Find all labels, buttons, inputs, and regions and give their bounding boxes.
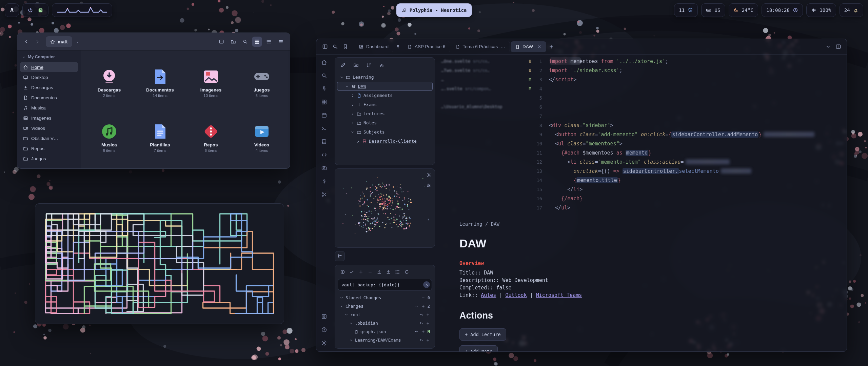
pane-button[interactable] (216, 37, 226, 47)
tree-item-subjects[interactable]: Subjects (337, 127, 433, 137)
git-undo-action[interactable] (419, 313, 423, 317)
sidebar-item-documentos[interactable]: Documentos (20, 93, 78, 103)
git-row-staged-changes[interactable]: Staged Changes0 (338, 293, 432, 302)
ribbon-camera-button[interactable] (320, 164, 329, 172)
graph-view[interactable] (338, 171, 432, 245)
sidebar-item-repos[interactable]: Repos (20, 143, 78, 154)
note-button-add-note[interactable]: + Add Note (459, 345, 498, 351)
explorer-folder-plus-button[interactable] (352, 61, 360, 69)
tree-item-daw[interactable]: DAW (337, 82, 433, 91)
graph-gear-button[interactable] (425, 171, 433, 179)
weather-widget[interactable]: 24°C (729, 3, 758, 17)
open-editor-item[interactable]: ….sveltesrc/compon…M (441, 86, 531, 95)
tree-item-exams[interactable]: Exams (337, 100, 433, 109)
open-editor-item[interactable]: …M (441, 77, 531, 86)
folder-imagenes[interactable]: Imagenes 10 items (186, 55, 236, 109)
ribbon-grid-button[interactable] (320, 98, 329, 106)
ribbon-pin-button[interactable] (320, 84, 329, 93)
tab-asp-practice-6[interactable]: ASP Practice 6 (403, 41, 450, 52)
folder-juegos[interactable]: Juegos 8 items (237, 55, 287, 109)
git-minus-button[interactable] (366, 268, 374, 276)
panel-left-button[interactable] (320, 42, 329, 51)
git-plus-action[interactable] (426, 313, 430, 317)
ribbon-dollar-button[interactable] (320, 177, 329, 186)
git-plus-action[interactable] (421, 304, 425, 308)
bookmark-button[interactable] (341, 42, 350, 51)
updates-widget[interactable]: 11 (674, 3, 698, 17)
folder-videos[interactable]: Videos 4 items (237, 110, 287, 164)
git-plus-action[interactable] (426, 321, 430, 325)
back-button[interactable] (21, 37, 32, 47)
git-undo-action[interactable] (419, 338, 423, 342)
sidebar-item-desktop[interactable]: Desktop (20, 72, 78, 82)
git-row-graph-json[interactable]: graph.jsonM (338, 327, 432, 336)
git-refresh-button[interactable] (402, 268, 411, 276)
git-plus-button[interactable] (357, 268, 365, 276)
folder-descargas[interactable]: Descargas 2 items (84, 55, 134, 109)
ribbon-help-button[interactable] (320, 325, 329, 334)
search-button[interactable] (240, 37, 250, 47)
commit-message-input[interactable] (338, 279, 432, 290)
tab-dashboard[interactable]: Dashboard (354, 41, 393, 52)
folder-plus-button[interactable] (228, 37, 238, 47)
open-editor-item[interactable]: …One.sveltesrc/co…U (441, 59, 531, 68)
ribbon-book-button[interactable] (320, 137, 329, 146)
git-plus-action[interactable] (421, 330, 425, 334)
breadcrumb[interactable]: matt (46, 36, 72, 47)
git-row-changes[interactable]: Changes2 (338, 302, 432, 310)
explorer-collapse-button[interactable] (378, 61, 386, 69)
menu-button[interactable] (276, 37, 286, 47)
explorer-sort-button[interactable] (365, 61, 373, 69)
tree-item-assignments[interactable]: Assignments (337, 91, 433, 100)
ribbon-vault-button[interactable] (320, 312, 329, 321)
explorer-edit-button[interactable] (339, 61, 347, 69)
git-row-obsidian[interactable]: .obsidian (338, 319, 432, 327)
ribbon-code-button[interactable] (320, 150, 329, 159)
tree-item-learning[interactable]: Learning (337, 73, 433, 82)
ribbon-search-button[interactable] (320, 71, 329, 80)
note-button-add-lecture[interactable]: + Add Lecture (459, 328, 506, 341)
link-outlook[interactable]: Outlook (505, 292, 527, 298)
ribbon-terminal-button[interactable] (320, 124, 329, 133)
chevron-down-button[interactable] (824, 42, 832, 51)
tab-tema-6-pr-cticas[interactable]: Tema 6 Prácticas -… (451, 41, 510, 52)
tree-item-lectures[interactable]: Lectures (337, 109, 433, 118)
list-button[interactable] (264, 37, 274, 47)
git-undo-action[interactable] (419, 321, 423, 325)
note-breadcrumb[interactable]: Learning / DAW (459, 221, 826, 227)
ribbon-calendar-button[interactable] (320, 111, 329, 120)
git-row-learning-daw-exams[interactable]: Learning/DAW/Exams (338, 336, 432, 344)
volume-widget[interactable]: 100% (806, 3, 836, 17)
forward-button[interactable] (32, 37, 42, 47)
tab-daw[interactable]: DAW (511, 41, 546, 52)
power-button[interactable] (27, 7, 33, 13)
system-graph-widget[interactable] (52, 3, 112, 17)
git-undo-action[interactable] (415, 304, 419, 308)
new-tab-button[interactable] (547, 42, 556, 51)
search-button[interactable] (331, 42, 339, 51)
git-upload-button[interactable] (375, 268, 383, 276)
git-minus-action[interactable] (421, 296, 425, 300)
clock-widget[interactable]: 18:08:28 (762, 3, 803, 17)
sidebar-item-obsidian-v[interactable]: Obsidian V… (20, 133, 78, 143)
graph-sliders-button[interactable] (425, 181, 433, 189)
now-playing-widget[interactable]: Polyphia - Neurotica (396, 3, 472, 17)
pinned-tab-indicator[interactable] (394, 43, 402, 51)
git-row-root[interactable]: root (338, 310, 432, 319)
tree-item-desarrollo-cliente[interactable]: Desarrollo-Cliente (337, 137, 433, 146)
launcher-button[interactable]: Λ (5, 3, 19, 17)
keyboard-layout-widget[interactable]: US (701, 3, 725, 17)
ribbon-home-button[interactable] (320, 58, 329, 67)
git-list-button[interactable] (393, 268, 401, 276)
git-undo-action[interactable] (415, 330, 419, 334)
panel-right-button[interactable] (834, 42, 843, 51)
link-aules[interactable]: Aules (481, 292, 496, 298)
ribbon-gear-button[interactable] (320, 339, 329, 347)
sidebar-item-descargas[interactable]: Descargas (20, 82, 78, 93)
folder-documentos[interactable]: Documentos 14 items (135, 55, 185, 109)
folder-plantillas[interactable]: Plantillas 7 items (135, 110, 185, 164)
grid-button[interactable] (252, 37, 262, 47)
link-microsoft-teams[interactable]: Microsoft Teams (536, 292, 582, 298)
folder-repos[interactable]: Repos 6 items (186, 110, 236, 164)
git-panel-badge[interactable] (335, 251, 345, 261)
